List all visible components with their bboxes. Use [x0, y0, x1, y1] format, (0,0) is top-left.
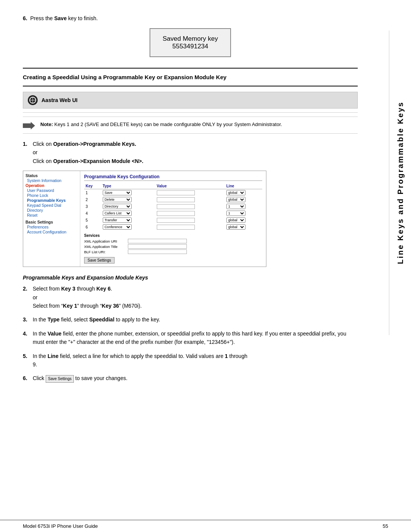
step5-mid2: through — [228, 353, 247, 359]
sidebar-link-sysinfo[interactable]: System Information — [27, 178, 78, 183]
footer-model: Model 6753i IP Phone User Guide — [23, 523, 98, 529]
ui-main-panel: Programmable Keys Configuration Key Type… — [80, 171, 266, 267]
svc-label-xml-uri: XML Application URI — [84, 239, 128, 243]
memory-line1: Saved Memory key — [162, 35, 218, 43]
save-settings-button[interactable]: Save Settings — [84, 257, 115, 264]
row2-key: 2 — [84, 196, 101, 203]
step1-text2-prefix: Click on — [33, 158, 53, 164]
svc-input-xml-title[interactable] — [128, 244, 187, 249]
row5-key: 5 — [84, 217, 101, 224]
note-arrow-icon — [23, 122, 35, 129]
step3-mid: field, select — [60, 316, 89, 323]
col-type: Type — [101, 183, 155, 189]
right-sidebar-tab: Line Keys and Programmable Keys — [389, 30, 411, 335]
thin-divider-1 — [23, 112, 358, 113]
ui-screenshot: Status System Information Operation User… — [23, 171, 266, 267]
step-5-content: In the Line field, select a line for whi… — [33, 352, 358, 369]
webui-bar: Aastra Web UI — [23, 92, 358, 109]
step5-mid: field, select a line for which to apply … — [59, 353, 225, 359]
col-key: Key — [84, 183, 101, 189]
sidebar-basic-label: Basic Settings — [25, 220, 78, 224]
memory-box-wrapper: Saved Memory key 5553491234 — [23, 28, 358, 57]
step-2-block: 2. Select from Key 3 through Key 6. or S… — [23, 284, 358, 310]
globe-icon — [28, 95, 38, 105]
row1-type-select[interactable]: Save — [103, 190, 132, 195]
row5-type-select[interactable]: Transfer — [103, 217, 132, 223]
section-heading: Creating a Speeddial Using a Programmabl… — [23, 74, 358, 80]
step2-bold2: Key 36 — [102, 303, 119, 309]
sidebar-status-label: Status — [25, 173, 78, 178]
row1-key: 1 — [84, 189, 101, 197]
step-6-final-block: 6. Click Save Settings to save your chan… — [23, 374, 358, 382]
sidebar-link-kpspeed[interactable]: Keypad Speed Dial — [27, 203, 78, 208]
step3-bold2: Speeddial — [89, 316, 114, 323]
step-3-block: 3. In the Type field, select Speeddial t… — [23, 315, 358, 324]
step5-suffix: . — [36, 361, 37, 367]
note-bold: Note: — [40, 121, 53, 127]
step-5-number: 5. — [23, 352, 30, 369]
table-row: 6 Conference global — [84, 224, 262, 230]
webui-bar-title: Aastra Web UI — [41, 97, 78, 103]
sidebar-link-userpw[interactable]: User Password — [27, 188, 78, 193]
step2-or: or — [33, 294, 37, 300]
page-wrapper: 6. Press the Save key to finish. Saved M… — [0, 0, 411, 532]
step2-mid: through — [75, 286, 96, 292]
step2-prefix: Select from — [33, 286, 61, 292]
row4-value-input[interactable] — [157, 211, 195, 216]
row5-line-select[interactable]: global — [226, 217, 245, 223]
svc-input-blf[interactable] — [128, 249, 187, 254]
row3-line-select[interactable]: 1 — [226, 204, 245, 209]
row2-line-select[interactable]: global — [226, 197, 245, 202]
row4-key: 4 — [84, 210, 101, 217]
table-row: 2 Delete global — [84, 196, 262, 203]
footer-page: 55 — [383, 523, 388, 529]
row3-key: 3 — [84, 203, 101, 210]
step-4-block: 4. In the Value field, enter the phone n… — [23, 329, 358, 347]
services-title: Services — [84, 233, 262, 238]
row2-type-select[interactable]: Delete — [103, 197, 132, 202]
row6-value-input[interactable] — [157, 225, 195, 230]
memory-line2: 5553491234 — [162, 43, 218, 50]
svc-input-xml-uri[interactable] — [128, 239, 187, 243]
sidebar-link-prefs[interactable]: Preferences — [27, 225, 78, 229]
step6-prefix: Click — [33, 375, 46, 381]
step-1-content: Click on Operation->Programmable Keys. o… — [33, 140, 358, 165]
step6-suffix: key to finish. — [68, 15, 98, 21]
row3-type-select[interactable]: Directory — [103, 204, 132, 209]
row3-value-input[interactable] — [157, 204, 195, 209]
sidebar-link-dir[interactable]: Directory — [27, 208, 78, 212]
row5-value-input[interactable] — [157, 218, 195, 223]
step-4-number: 4. — [23, 329, 30, 347]
step-5-block: 5. In the Line field, select a line for … — [23, 352, 358, 369]
services-block: Services XML Application URI XML Applica… — [84, 233, 262, 254]
table-row: 5 Transfer global — [84, 217, 262, 224]
inline-save-settings-button[interactable]: Save Settings — [46, 375, 74, 383]
step1-or: or — [33, 149, 37, 155]
step5-newline: 9 — [33, 361, 36, 367]
step2-text2: Select from “Key 1” through “Key 36” (M6… — [33, 303, 142, 309]
step3-bold1: Type — [48, 316, 60, 323]
svc-row-blf: BLF List URI: — [84, 249, 262, 254]
step-6-final-content: Click Save Settings to save your changes… — [33, 374, 358, 382]
memory-display-box: Saved Memory key 5553491234 — [150, 28, 231, 57]
row6-line-select[interactable]: global — [226, 224, 245, 230]
sidebar-link-progkeys[interactable]: Programmable Keys — [27, 198, 78, 203]
sidebar-link-phonelock[interactable]: Phone Lock — [27, 193, 78, 198]
step-1-block: 1. Click on Operation->Programmable Keys… — [23, 140, 358, 165]
row4-line-select[interactable]: 1 — [226, 211, 245, 216]
panel-title: Programmable Keys Configuration — [84, 174, 262, 181]
col-value: Value — [155, 183, 225, 189]
row6-type-select[interactable]: Conference — [103, 224, 132, 230]
globe-inner — [29, 97, 36, 104]
step4-mid1: field, enter the phone number, extension… — [33, 331, 346, 345]
row2-value-input[interactable] — [157, 197, 195, 202]
row1-value-input[interactable] — [157, 190, 195, 195]
step2-q1: Key 3 — [61, 286, 75, 292]
row1-line-select[interactable]: global — [226, 190, 245, 195]
table-row: 4 Callers List 1 — [84, 210, 262, 217]
row4-type-select[interactable]: Callers List — [103, 211, 132, 216]
section-divider-top — [23, 68, 358, 69]
sidebar-link-acct[interactable]: Account Configuration — [27, 230, 78, 234]
step2-bold1: Key 1 — [63, 303, 77, 309]
sidebar-link-reset[interactable]: Reset — [27, 213, 78, 217]
